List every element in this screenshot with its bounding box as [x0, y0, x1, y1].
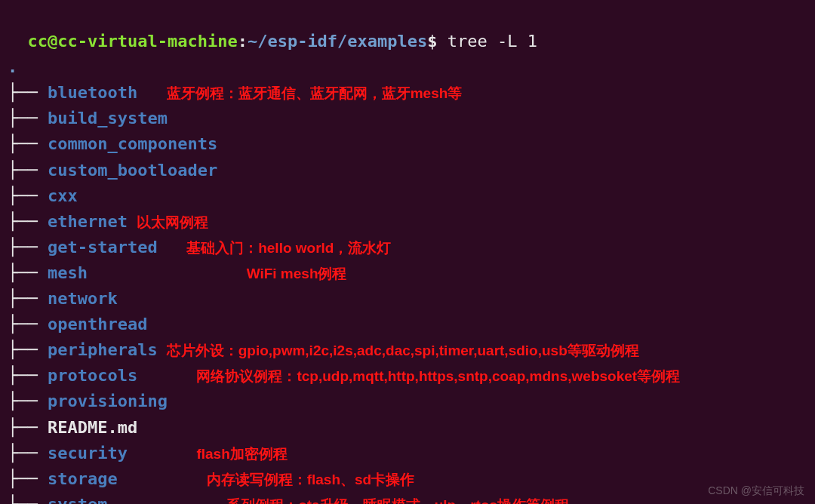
- tree-dir-name: get-started: [48, 235, 158, 260]
- tree-output: ├── bluetooth 蓝牙例程：蓝牙通信、蓝牙配网，蓝牙mesh等├── …: [8, 80, 807, 504]
- tree-dir-name: cxx: [48, 183, 78, 209]
- tree-root-dot: .: [8, 54, 807, 80]
- annotation: 芯片外设：gpio,pwm,i2c,i2s,adc,dac,spi,timer,…: [167, 340, 639, 361]
- tree-row: ├── build_system: [8, 106, 807, 131]
- tree-row: ├── common_components: [8, 131, 807, 157]
- tree-branch: ├──: [8, 337, 48, 363]
- annotation-pad: [88, 260, 238, 286]
- prompt-user-host: cc@cc-virtual-machine: [28, 32, 238, 51]
- tree-dir-name: common_components: [48, 131, 217, 157]
- tree-row: ├── protocols 网络协议例程：tcp,udp,mqtt,http,h…: [8, 363, 807, 389]
- tree-row: ├── get-started 基础入门：hello world，流水灯: [8, 235, 807, 260]
- annotation: 内存读写例程：flash、sd卡操作: [207, 469, 415, 490]
- tree-row: ├── system 系列例程：ota升级、睡眠模式、ulp，rtos操作等例程: [8, 492, 807, 504]
- tree-branch: ├──: [8, 466, 48, 492]
- annotation-pad: [128, 441, 187, 466]
- annotation: flash加密例程: [196, 443, 287, 465]
- tree-row: ├── mesh WiFi mesh例程: [8, 260, 807, 286]
- annotation-pad: [107, 492, 217, 504]
- prompt-colon: :: [238, 32, 248, 51]
- tree-dir-name: mesh: [48, 260, 88, 286]
- prompt-dollar: $: [427, 32, 437, 51]
- annotation: WiFi mesh例程: [247, 263, 347, 284]
- tree-branch: ├──: [8, 158, 48, 183]
- annotation-pad: [118, 466, 198, 492]
- annotation: 蓝牙例程：蓝牙通信、蓝牙配网，蓝牙mesh等: [167, 82, 463, 104]
- tree-row: ├── network: [8, 286, 807, 312]
- tree-row: ├── ethernet以太网例程: [8, 209, 807, 235]
- prompt-path: ~/esp-idf/examples: [248, 32, 427, 51]
- tree-branch: ├──: [8, 183, 48, 209]
- tree-row: ├── peripherals芯片外设：gpio,pwm,i2c,i2s,adc…: [8, 337, 807, 363]
- tree-branch: ├──: [8, 415, 48, 441]
- tree-branch: ├──: [8, 131, 48, 157]
- tree-branch: ├──: [8, 363, 48, 389]
- tree-dir-name: ethernet: [48, 209, 128, 235]
- tree-dir-name: provisioning: [48, 389, 168, 414]
- tree-dir-name: storage: [48, 466, 118, 492]
- tree-branch: ├──: [8, 235, 48, 260]
- tree-branch: ├──: [8, 80, 48, 106]
- tree-row: ├── bluetooth 蓝牙例程：蓝牙通信、蓝牙配网，蓝牙mesh等: [8, 80, 807, 106]
- tree-dir-name: security: [48, 441, 128, 466]
- tree-dir-name: custom_bootloader: [48, 158, 217, 183]
- tree-dir-name: build_system: [48, 106, 168, 131]
- tree-row: ├── security flash加密例程: [8, 441, 807, 466]
- tree-row: ├── custom_bootloader: [8, 158, 807, 183]
- tree-dir-name: system: [48, 492, 107, 504]
- tree-dir-name: openthread: [48, 312, 147, 337]
- tree-branch: ├──: [8, 209, 48, 235]
- tree-dir-name: network: [48, 286, 118, 312]
- prompt-line: cc@cc-virtual-machine:~/esp-idf/examples…: [8, 3, 807, 54]
- tree-dir-name: bluetooth: [48, 80, 137, 106]
- tree-branch: ├──: [8, 441, 48, 466]
- tree-branch: ├──: [8, 286, 48, 312]
- annotation: 基础入门：hello world，流水灯: [186, 237, 391, 259]
- tree-file-name: README.md: [48, 415, 137, 441]
- tree-row: ├── cxx: [8, 183, 807, 209]
- annotation: 系列例程：ota升级、睡眠模式、ulp，rtos操作等例程: [226, 494, 569, 504]
- watermark: CSDN @安信可科技: [708, 483, 804, 499]
- annotation: 以太网例程: [137, 211, 208, 233]
- annotation-pad: [137, 363, 187, 389]
- prompt-command[interactable]: tree -L 1: [438, 32, 537, 51]
- tree-branch: ├──: [8, 492, 48, 504]
- annotation: 网络协议例程：tcp,udp,mqtt,http,https,sntp,coap…: [196, 365, 680, 387]
- tree-row: ├── openthread: [8, 312, 807, 337]
- annotation-pad: [158, 235, 178, 260]
- tree-row: ├── storage 内存读写例程：flash、sd卡操作: [8, 466, 807, 492]
- tree-row: ├── provisioning: [8, 389, 807, 414]
- annotation-pad: [137, 80, 158, 106]
- tree-branch: ├──: [8, 106, 48, 131]
- tree-branch: ├──: [8, 389, 48, 414]
- tree-dir-name: protocols: [48, 363, 137, 389]
- tree-dir-name: peripherals: [48, 337, 158, 363]
- tree-branch: ├──: [8, 312, 48, 337]
- tree-row: ├── README.md: [8, 415, 807, 441]
- tree-branch: ├──: [8, 260, 48, 286]
